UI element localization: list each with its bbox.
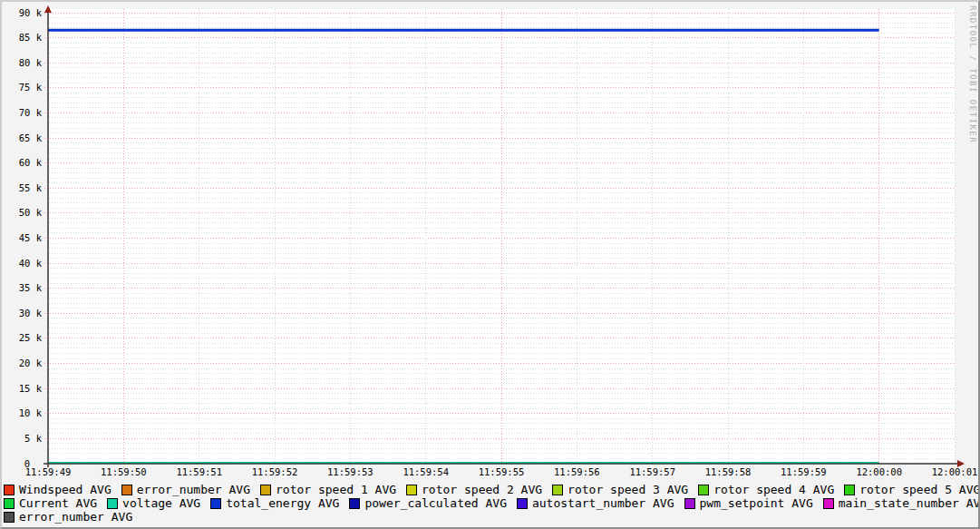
legend-label: rotor speed 4 AVG <box>713 484 834 495</box>
legend-label: error_number AVG <box>19 511 132 523</box>
legend-swatch-icon <box>684 498 695 509</box>
legend-item: Windspeed AVG <box>4 484 112 495</box>
legend-swatch-icon <box>552 485 563 495</box>
legend-item: rotor speed 4 AVG <box>698 484 834 495</box>
legend-item: Current AVG <box>4 497 97 509</box>
x-axis-label: 11:59:56 <box>554 466 600 477</box>
x-axis-label: 11:59:52 <box>252 466 298 477</box>
x-axis-label: 12:00:01 <box>932 466 978 477</box>
legend-label: power_calculated AVG <box>364 497 507 509</box>
legend-label: total_energy AVG <box>226 497 339 509</box>
y-axis-label: 85 k <box>19 32 43 43</box>
legend-swatch-icon <box>349 498 360 509</box>
y-axis-label: 90 k <box>19 7 43 18</box>
x-axis-label: 11:59:54 <box>403 466 449 477</box>
chart-plot-area: 11:59:4911:59:5011:59:5111:59:5211:59:53… <box>2 2 978 527</box>
y-axis-label: 45 k <box>19 232 43 243</box>
y-axis-label: 75 k <box>19 82 43 93</box>
x-axis-label: 11:59:55 <box>479 466 525 477</box>
y-axis-label: 70 k <box>19 107 43 118</box>
legend: Windspeed AVGerror_number AVGrotor speed… <box>4 484 980 524</box>
legend-label: main_state_number AVG <box>839 497 980 509</box>
legend-item: rotor speed 3 AVG <box>552 484 688 495</box>
legend-label: autostart_number AVG <box>532 497 674 509</box>
rrd-graph: 11:59:4911:59:5011:59:5111:59:5211:59:53… <box>0 0 980 529</box>
rrdtool-watermark: RRDTOOL / TOBI OETIKER <box>968 5 977 143</box>
legend-item: pwm_setpoint AVG <box>684 497 813 509</box>
legend-item: autostart_number AVG <box>517 497 674 509</box>
x-axis-label: 11:59:59 <box>781 466 827 477</box>
legend-row: error_number AVG <box>4 511 980 523</box>
x-axis-label: 11:59:58 <box>705 466 752 477</box>
legend-swatch-icon <box>260 485 271 495</box>
legend-item: main_state_number AVG <box>823 497 980 509</box>
x-axis-label: 11:59:49 <box>25 466 72 477</box>
legend-swatch-icon <box>4 512 15 523</box>
legend-row: Current AVGvoltage AVGtotal_energy AVGpo… <box>4 497 980 509</box>
y-axis-label: 65 k <box>19 132 43 143</box>
y-axis-label: 0 <box>24 458 30 469</box>
legend-swatch-icon <box>107 498 118 509</box>
legend-swatch-icon <box>121 485 132 495</box>
legend-item: error_number AVG <box>4 511 132 523</box>
y-axis-label: 40 k <box>19 258 43 269</box>
legend-swatch-icon <box>210 498 221 509</box>
legend-swatch-icon <box>517 498 528 509</box>
legend-item: rotor speed 1 AVG <box>260 484 396 495</box>
legend-item: power_calculated AVG <box>349 497 507 509</box>
y-axis-label: 55 k <box>19 182 43 193</box>
legend-swatch-icon <box>406 485 417 495</box>
legend-label: Windspeed AVG <box>19 484 112 495</box>
legend-item: voltage AVG <box>107 497 200 509</box>
x-axis-label: 11:59:50 <box>101 466 147 477</box>
x-axis-label: 11:59:57 <box>629 466 675 477</box>
y-axis-label: 25 k <box>19 332 43 343</box>
legend-label: rotor speed 1 AVG <box>276 484 396 495</box>
x-axis-label: 11:59:53 <box>327 466 374 477</box>
y-axis-label: 10 k <box>19 407 43 418</box>
legend-swatch-icon <box>844 485 855 495</box>
legend-label: rotor speed 2 AVG <box>422 484 542 495</box>
legend-label: error_number AVG <box>137 484 250 495</box>
y-axis-label: 30 k <box>19 308 43 318</box>
y-axis-label: 20 k <box>19 358 43 368</box>
legend-swatch-icon <box>4 498 15 509</box>
legend-item: rotor speed 2 AVG <box>406 484 542 495</box>
legend-swatch-icon <box>823 498 834 509</box>
y-axis-label: 35 k <box>19 282 43 293</box>
x-axis-label: 12:00:00 <box>856 466 902 477</box>
legend-swatch-icon <box>698 485 709 495</box>
legend-row: Windspeed AVGerror_number AVGrotor speed… <box>4 484 980 495</box>
legend-swatch-icon <box>4 485 15 495</box>
legend-item: total_energy AVG <box>210 497 339 509</box>
y-axis-label: 5 k <box>24 433 43 444</box>
y-axis-label: 60 k <box>19 157 43 168</box>
y-axis-label: 15 k <box>19 383 43 394</box>
legend-item: error_number AVG <box>121 484 250 495</box>
legend-label: pwm_setpoint AVG <box>700 497 813 509</box>
y-axis-label: 80 k <box>19 57 43 68</box>
legend-label: rotor speed 3 AVG <box>568 484 688 495</box>
legend-label: rotor speed 5 AVG <box>859 484 980 495</box>
y-axis-label: 50 k <box>19 207 43 218</box>
x-axis-label: 11:59:51 <box>176 466 222 477</box>
legend-label: voltage AVG <box>122 497 200 509</box>
legend-item: rotor speed 5 AVG <box>844 484 980 495</box>
legend-label: Current AVG <box>19 497 97 509</box>
